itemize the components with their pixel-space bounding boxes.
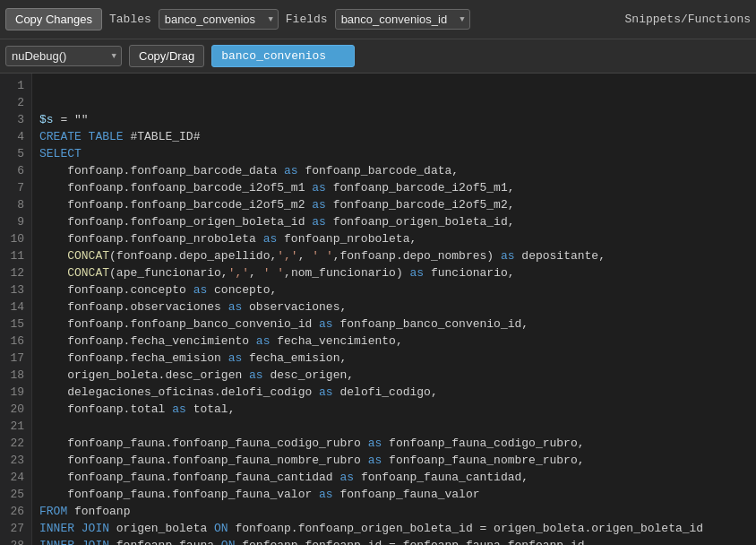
tables-label: Tables <box>109 13 151 26</box>
copy-changes-button[interactable]: Copy Changes <box>5 8 102 30</box>
code-content[interactable]: $s = ""CREATE TABLE #TABLE_ID#SELECT fon… <box>32 74 756 545</box>
fields-label: Fields <box>286 13 328 26</box>
fields-select-wrapper: banco_convenios_id <box>335 9 470 30</box>
editor: 1234567891011121314151617181920212223242… <box>0 74 756 545</box>
tables-select-wrapper: banco_convenios <box>159 9 279 30</box>
line-numbers: 1234567891011121314151617181920212223242… <box>0 74 32 545</box>
snippets-label: Snippets/Functions <box>625 13 751 26</box>
fields-select[interactable]: banco_convenios_id <box>335 9 470 30</box>
toolbar: Copy Changes Tables banco_convenios Fiel… <box>0 0 756 39</box>
tables-select[interactable]: banco_convenios <box>159 9 279 30</box>
copy-drag-button[interactable]: Copy/Drag <box>129 45 204 67</box>
secondbar: nuDebug() Copy/Drag banco_convenios <box>0 39 756 74</box>
table-name-display: banco_convenios <box>211 45 355 67</box>
debug-select[interactable]: nuDebug() <box>5 46 122 66</box>
debug-select-wrapper: nuDebug() <box>5 46 122 66</box>
